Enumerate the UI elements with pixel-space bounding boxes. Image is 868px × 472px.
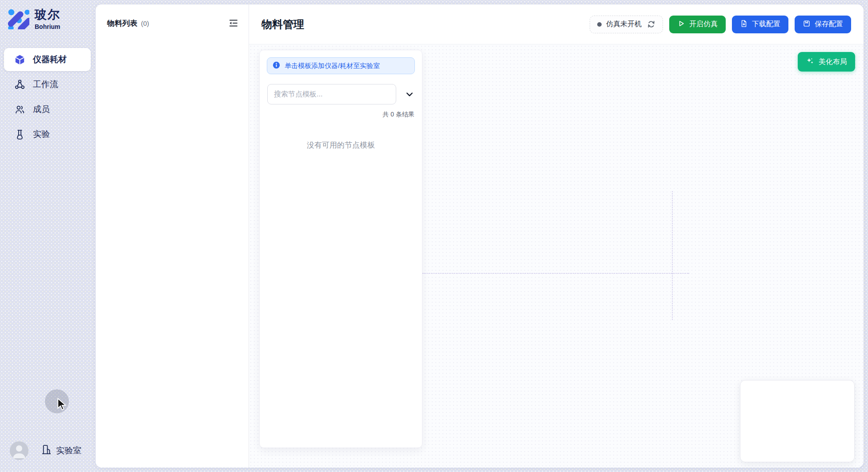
search-input[interactable] [267,84,396,104]
save-config-button[interactable]: 保存配置 [795,16,851,33]
panel-title: 物料列表 [107,18,137,28]
sidebar-item-workflow[interactable]: 工作流 [4,73,91,96]
sidebar-nav: 仪器耗材 工作流 成员 [0,48,95,146]
cube-icon [14,54,26,66]
refresh-icon[interactable] [647,20,655,28]
hint-banner-text: 单击模板添加仪器/耗材至实验室 [285,62,380,70]
sidebar-item-label: 成员 [33,104,50,115]
minimap[interactable] [740,380,855,462]
lab-canvas[interactable]: 单击模板添加仪器/耗材至实验室 共 0 条结果 没有可用的节点模板 [249,44,864,468]
sparkles-icon [806,57,814,67]
empty-state-text: 没有可用的节点模板 [260,140,422,150]
brand-logo-icon [5,5,29,31]
save-icon [803,20,811,29]
sidebar: 玻尔 Bohrium 仪器耗材 工作流 [0,0,95,472]
file-download-icon [740,20,748,29]
main-window: 物料列表 (0) 物料管理 仿真未开机 [96,4,864,468]
play-icon [677,20,685,29]
canvas-guide-horizontal [422,273,689,274]
download-config-button[interactable]: 下载配置 [732,16,788,33]
avatar[interactable] [10,441,28,460]
sidebar-item-instruments[interactable]: 仪器耗材 [4,48,91,71]
sidebar-item-label: 实验 [33,128,50,140]
sidebar-item-members[interactable]: 成员 [4,98,91,121]
material-list-panel: 物料列表 (0) [96,4,249,468]
hint-banner: 单击模板添加仪器/耗材至实验室 [267,57,415,74]
content-header: 物料管理 仿真未开机 [249,4,864,44]
sidebar-item-label: 仪器耗材 [33,54,67,65]
experiment-icon [14,128,26,140]
canvas-guide-vertical [672,191,673,320]
info-icon [273,61,280,70]
person-icon [10,441,28,460]
lab-label: 实验室 [56,445,81,456]
building-icon [41,444,52,457]
status-label: 仿真未开机 [606,20,642,29]
template-panel: 单击模板添加仪器/耗材至实验室 共 0 条结果 没有可用的节点模板 [259,50,422,448]
collapse-panel-button[interactable] [228,18,239,28]
panel-count: (0) [141,20,149,27]
page-title: 物料管理 [261,17,304,32]
start-simulation-button[interactable]: 开启仿真 [669,16,726,33]
status-dot-icon [597,22,602,27]
workflow-icon [14,79,26,91]
result-count: 共 0 条结果 [260,111,414,119]
brand-name: 玻尔 [35,7,60,23]
simulation-status[interactable]: 仿真未开机 [590,16,663,33]
chevron-down-icon[interactable] [404,89,415,100]
sidebar-item-label: 工作流 [33,79,58,90]
sidebar-item-experiments[interactable]: 实验 [4,123,91,146]
mouse-cursor [55,397,68,411]
beautify-layout-button[interactable]: 美化布局 [798,52,855,72]
menu-fold-icon [228,18,239,28]
lab-switcher[interactable]: 实验室 [41,441,81,460]
brand-subname: Bohrium [35,23,60,30]
brand-logo[interactable]: 玻尔 Bohrium [0,0,95,31]
members-icon [14,104,26,116]
